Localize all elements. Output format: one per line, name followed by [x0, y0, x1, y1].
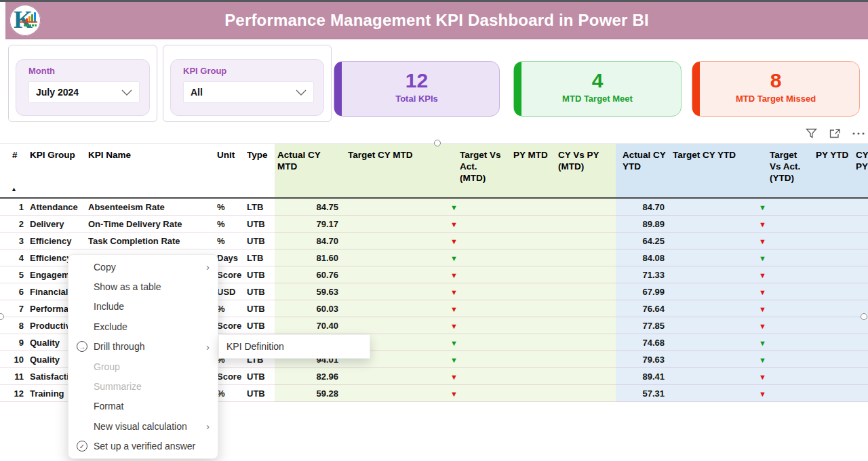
cell-target-vs-act-mtd: ▼: [441, 249, 505, 266]
menu-item-include[interactable]: Include ›: [68, 297, 218, 317]
cell-unit: %: [217, 300, 247, 317]
context-menu: Copy › Show as a table › Include › Exclu…: [68, 254, 218, 459]
column-header-type[interactable]: Type: [247, 144, 275, 199]
cell-target-vs-act-ytd: ▼: [749, 334, 810, 351]
cell-type: UTB: [247, 283, 275, 300]
table-row[interactable]: 1 Attendance Absenteeism Rate % LTB 84.7…: [0, 199, 868, 216]
cell-actual-cy-ytd: 77.85: [616, 317, 670, 334]
cell-cy-vs-py-mtd: [553, 199, 616, 216]
cell-target-vs-act-ytd: ▼: [749, 351, 810, 368]
kpi-group-dropdown-value: All: [191, 87, 296, 98]
cell-target-cy-ytd: [670, 385, 749, 402]
column-header-target-vs-act-ytd[interactable]: Target Vs Act. (YTD): [749, 144, 810, 199]
status-arrow-green-icon: ▼: [450, 339, 458, 347]
cell-target-cy-ytd: [670, 266, 749, 283]
column-header-actual-cy-mtd[interactable]: Actual CY MTD: [275, 144, 342, 199]
cell-target-cy-mtd: [342, 233, 441, 249]
column-header-unit[interactable]: Unit: [217, 144, 247, 199]
kpi-group-slicer-label: KPI Group: [183, 66, 314, 76]
cell-unit: Score: [217, 266, 247, 283]
cell-py-ytd: [810, 317, 853, 334]
selection-handle-right[interactable]: [861, 313, 867, 320]
filter-icon[interactable]: [804, 127, 818, 140]
status-arrow-red-icon: ▼: [450, 220, 458, 228]
status-arrow-green-icon: ▼: [450, 356, 458, 364]
kpi-group-slicer-panel: KPI Group All: [163, 45, 332, 122]
column-header-kpi-name[interactable]: KPI Name: [88, 144, 217, 199]
cell-cy-vs-py-mtd: [553, 334, 616, 351]
column-header-cy-vs-py-ytd[interactable]: CY Vs PY (YTD): [853, 144, 868, 199]
cell-py-mtd: [505, 368, 553, 385]
menu-item-drill-through[interactable]: → Drill through ›: [68, 337, 218, 357]
status-arrow-red-icon: ▼: [450, 271, 458, 279]
cell-actual-cy-ytd: 76.64: [616, 300, 670, 317]
cell-py-ytd: [810, 351, 853, 368]
status-arrow-red-icon: ▼: [759, 271, 766, 279]
cell-target-vs-act-mtd: ▼: [441, 216, 505, 233]
cell-type: LTB: [247, 199, 275, 216]
column-header-number[interactable]: # ▲: [0, 144, 28, 199]
cell-row-number: 3: [0, 233, 28, 249]
cell-target-cy-ytd: [670, 283, 749, 300]
chevron-down-icon: [121, 89, 132, 96]
menu-item-new-visual-calculation[interactable]: New visual calculation ›: [68, 416, 218, 436]
column-header-py-ytd[interactable]: PY YTD: [810, 144, 853, 199]
menu-item-format[interactable]: Format ›: [68, 397, 218, 416]
cell-row-number: 12: [0, 385, 28, 402]
cell-py-mtd: [505, 334, 553, 351]
status-arrow-red-icon: ▼: [759, 288, 766, 296]
cell-type: LTB: [247, 249, 275, 266]
cell-cy-vs-py-ytd: [853, 266, 868, 283]
cell-target-cy-mtd: [342, 249, 441, 266]
cell-actual-cy-mtd: 81.60: [275, 249, 342, 266]
menu-item-exclude[interactable]: Exclude ›: [68, 317, 218, 336]
cell-py-ytd: [810, 385, 853, 402]
column-header-target-vs-act-mtd[interactable]: Target Vs Act. (MTD): [441, 144, 505, 199]
cell-cy-vs-py-mtd: [553, 317, 616, 334]
cell-actual-cy-ytd: 84.70: [616, 199, 670, 216]
kpi-group-dropdown[interactable]: All: [183, 81, 314, 103]
menu-item-show-as-a-table[interactable]: Show as a table ›: [68, 277, 218, 296]
table-row[interactable]: 3 Efficiency Task Completion Rate % UTB …: [0, 233, 868, 249]
month-dropdown[interactable]: July 2024: [28, 81, 140, 103]
cell-cy-vs-py-mtd: [553, 216, 616, 233]
menu-item-summarize: Summarize ›: [68, 376, 218, 396]
status-arrow-red-icon: ▼: [759, 237, 766, 245]
cell-target-vs-act-mtd: ▼: [441, 317, 505, 334]
column-header-py-mtd[interactable]: PY MTD: [505, 144, 553, 199]
column-header-kpi-group[interactable]: KPI Group: [28, 144, 88, 199]
status-arrow-red-icon: ▼: [450, 305, 458, 313]
cell-py-ytd: [810, 266, 853, 283]
column-header-target-cy-ytd[interactable]: Target CY YTD: [670, 144, 749, 199]
cell-type: UTB: [247, 266, 275, 283]
selection-handle-top[interactable]: [434, 140, 441, 146]
cell-py-ytd: [810, 334, 853, 351]
cell-actual-cy-mtd: 70.40: [275, 317, 342, 334]
cell-row-number: 8: [0, 317, 28, 334]
cell-unit: %: [217, 385, 247, 402]
card-accent-bar: [334, 62, 342, 116]
menu-item-set-up-a-verified-answer[interactable]: ✓ Set up a verified answer ›: [68, 437, 218, 456]
cell-actual-cy-mtd: 82.96: [275, 368, 342, 385]
cell-target-cy-ytd: [670, 216, 749, 233]
column-header-actual-cy-ytd[interactable]: Actual CY YTD: [616, 144, 670, 199]
cell-target-cy-mtd: [342, 317, 441, 334]
kpi-card-mtd-target-meet[interactable]: 4 MTD Target Meet: [513, 61, 682, 117]
cell-target-vs-act-mtd: ▼: [441, 368, 505, 385]
cell-actual-cy-mtd: 60.03: [275, 300, 342, 317]
column-header-cy-vs-py-mtd[interactable]: CY Vs PY (MTD): [553, 144, 616, 199]
cell-row-number: 9: [0, 334, 28, 351]
cell-unit: USD: [217, 283, 247, 300]
menu-item-kpi-definition[interactable]: KPI Definition: [219, 341, 284, 352]
table-row[interactable]: 2 Delivery On-Time Delivery Rate % UTB 7…: [0, 216, 868, 233]
menu-item-copy[interactable]: Copy ›: [68, 257, 218, 277]
more-options-icon[interactable]: [852, 127, 865, 140]
kpi-card-total-kpis[interactable]: 12 Total KPIs: [334, 61, 500, 117]
kpi-card-mtd-target-missed[interactable]: 8 MTD Target Missed: [692, 61, 860, 117]
column-header-target-cy-mtd[interactable]: Target CY MTD: [342, 144, 441, 199]
status-arrow-red-icon: ▼: [450, 288, 458, 296]
cell-py-ytd: [810, 216, 853, 233]
cell-py-mtd: [505, 199, 553, 216]
cell-target-cy-mtd: [342, 300, 441, 317]
focus-mode-icon[interactable]: [828, 127, 842, 140]
